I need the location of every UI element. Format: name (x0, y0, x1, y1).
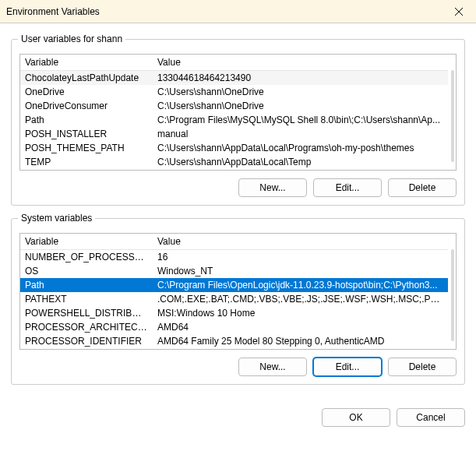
table-row[interactable]: ChocolateyLastPathUpdate 133044618464213… (20, 71, 448, 86)
close-button[interactable] (441, 0, 476, 23)
cell-value: C:\Program Files\OpenLogic\jdk-11.0.23.9… (153, 278, 448, 292)
column-header-value[interactable]: Value (153, 55, 448, 71)
system-variables-group: System variables Variable Value NUMBER_O… (11, 218, 465, 385)
user-variables-list[interactable]: Variable Value ChocolateyLastPathUpdate … (19, 54, 457, 171)
ok-button[interactable]: OK (322, 408, 390, 427)
table-row[interactable]: Path C:\Program Files\OpenLogic\jdk-11.0… (20, 278, 448, 292)
table-row[interactable]: POSH_INSTALLER manual (20, 127, 448, 141)
column-header-value[interactable]: Value (153, 234, 448, 250)
system-group-legend: System variables (18, 213, 95, 224)
cell-value: AMD64 Family 25 Model 80 Stepping 0, Aut… (153, 334, 448, 348)
system-variables-list[interactable]: Variable Value NUMBER_OF_PROCESSORS 16 O… (19, 233, 457, 350)
cell-value: C:\Users\shann\OneDrive (153, 99, 448, 113)
table-row[interactable]: Path C:\Program Files\MySQL\MySQL Shell … (20, 113, 448, 127)
table-row[interactable]: PROCESSOR_ARCHITECTURE AMD64 (20, 320, 448, 334)
table-row[interactable]: OS Windows_NT (20, 264, 448, 278)
cell-variable: NUMBER_OF_PROCESSORS (20, 250, 153, 265)
cell-variable: TEMP (20, 155, 153, 169)
user-variables-table: Variable Value ChocolateyLastPathUpdate … (20, 55, 448, 169)
scrollbar[interactable] (451, 70, 454, 162)
column-header-variable[interactable]: Variable (20, 234, 153, 250)
cell-variable: POWERSHELL_DISTRIBUTIO... (20, 306, 153, 320)
table-row[interactable]: NUMBER_OF_PROCESSORS 16 (20, 250, 448, 265)
column-header-variable[interactable]: Variable (20, 55, 153, 71)
table-row[interactable]: PROCESSOR_IDENTIFIER AMD64 Family 25 Mod… (20, 334, 448, 348)
cell-variable: Path (20, 278, 153, 292)
dialog-content: User variables for shann Variable Value … (0, 23, 476, 396)
cell-variable: Path (20, 113, 153, 127)
cell-variable: OneDriveConsumer (20, 99, 153, 113)
cell-value: Windows_NT (153, 264, 448, 278)
table-row[interactable]: PATHEXT .COM;.EXE;.BAT;.CMD;.VBS;.VBE;.J… (20, 292, 448, 306)
table-row[interactable]: TEMP C:\Users\shann\AppData\Local\Temp (20, 155, 448, 169)
user-group-legend: User variables for shann (18, 33, 125, 44)
cell-value: C:\Users\shann\OneDrive (153, 85, 448, 99)
close-icon (455, 8, 463, 16)
system-delete-button[interactable]: Delete (388, 358, 457, 376)
cell-variable: POSH_INSTALLER (20, 127, 153, 141)
scrollbar[interactable] (451, 249, 454, 341)
cell-variable: OS (20, 264, 153, 278)
system-edit-button[interactable]: Edit... (313, 358, 382, 376)
cell-value: 133044618464213490 (153, 71, 448, 86)
table-row[interactable]: POWERSHELL_DISTRIBUTIO... MSI:Windows 10… (20, 306, 448, 320)
cell-value: C:\Users\shann\AppData\Local\Programs\oh… (153, 141, 448, 155)
table-row[interactable]: OneDriveConsumer C:\Users\shann\OneDrive (20, 99, 448, 113)
table-row[interactable]: POSH_THEMES_PATH C:\Users\shann\AppData\… (20, 141, 448, 155)
user-new-button[interactable]: New... (238, 178, 307, 197)
user-variables-group: User variables for shann Variable Value … (11, 39, 465, 206)
cell-variable: OneDrive (20, 85, 153, 99)
cell-variable: ChocolateyLastPathUpdate (20, 71, 153, 86)
user-edit-button[interactable]: Edit... (313, 178, 382, 197)
cell-value: MSI:Windows 10 Home (153, 306, 448, 320)
dialog-button-row: OK Cancel (0, 396, 476, 439)
cell-variable: POSH_THEMES_PATH (20, 141, 153, 155)
user-delete-button[interactable]: Delete (388, 178, 457, 197)
system-variables-table: Variable Value NUMBER_OF_PROCESSORS 16 O… (20, 234, 448, 348)
cell-variable: PATHEXT (20, 292, 153, 306)
cell-value: manual (153, 127, 448, 141)
table-row[interactable]: OneDrive C:\Users\shann\OneDrive (20, 85, 448, 99)
cell-value: C:\Users\shann\AppData\Local\Temp (153, 155, 448, 169)
cell-value: C:\Program Files\MySQL\MySQL Shell 8.0\b… (153, 113, 448, 127)
cell-variable: PROCESSOR_ARCHITECTURE (20, 320, 153, 334)
titlebar: Environment Variables (0, 0, 476, 23)
user-button-row: New... Edit... Delete (19, 178, 457, 197)
cell-value: .COM;.EXE;.BAT;.CMD;.VBS;.VBE;.JS;.JSE;.… (153, 292, 448, 306)
cell-value: AMD64 (153, 320, 448, 334)
cancel-button[interactable]: Cancel (397, 408, 465, 427)
cell-value: 16 (153, 250, 448, 265)
system-button-row: New... Edit... Delete (19, 358, 457, 376)
system-new-button[interactable]: New... (238, 358, 307, 376)
cell-variable: PROCESSOR_IDENTIFIER (20, 334, 153, 348)
window-title: Environment Variables (6, 6, 100, 17)
